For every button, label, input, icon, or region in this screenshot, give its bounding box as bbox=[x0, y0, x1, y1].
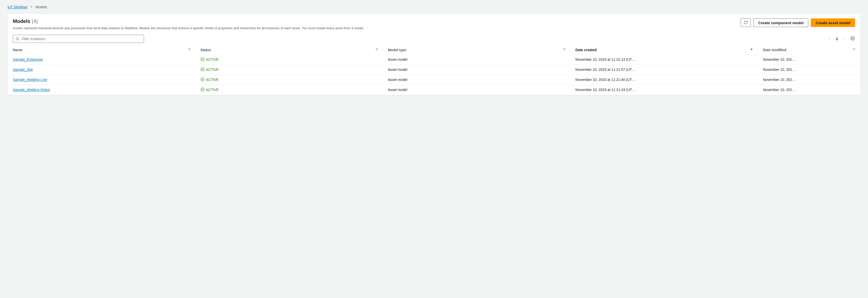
filter-search bbox=[13, 35, 144, 43]
status-badge: ACTIVE bbox=[200, 57, 219, 62]
page-description: Assets represent industrial devices and … bbox=[13, 26, 736, 31]
column-header-created[interactable]: Date created ▼ bbox=[570, 45, 758, 55]
date-modified-cell: November 10, 202… bbox=[758, 75, 860, 85]
model-name-link[interactable]: Sample_Welding Robot bbox=[13, 88, 50, 92]
status-badge: ACTIVE bbox=[200, 67, 219, 72]
status-badge: ACTIVE bbox=[200, 77, 219, 82]
svg-point-6 bbox=[201, 88, 204, 91]
date-created-cell: November 10, 2023 at 11:21:24 (UT… bbox=[570, 85, 758, 95]
date-modified-cell: November 10, 202… bbox=[758, 55, 860, 65]
breadcrumb-root-link[interactable]: IoT SiteWise bbox=[7, 5, 28, 9]
chevron-left-icon bbox=[828, 37, 832, 41]
svg-point-4 bbox=[201, 68, 204, 71]
sort-icon: ▽ bbox=[853, 48, 855, 51]
model-type-cell: Asset model bbox=[383, 55, 570, 65]
date-modified-cell: November 10, 202… bbox=[758, 85, 860, 95]
page-title: Models (4) bbox=[13, 19, 736, 24]
sort-icon: ▽ bbox=[376, 48, 378, 51]
create-asset-model-button[interactable]: Create asset model bbox=[811, 19, 855, 27]
model-count: (4) bbox=[32, 19, 38, 24]
check-circle-icon bbox=[200, 77, 205, 82]
table-row: Sample_SiteACTIVEAsset modelNovember 10,… bbox=[8, 65, 860, 75]
svg-point-5 bbox=[201, 78, 204, 81]
create-component-model-button[interactable]: Create component model bbox=[753, 19, 808, 27]
refresh-icon bbox=[744, 21, 748, 25]
date-created-cell: November 10, 2023 at 11:21:57 (UT… bbox=[570, 65, 758, 75]
model-name-link[interactable]: Sample_Site bbox=[13, 68, 33, 72]
column-header-status[interactable]: Status ▽ bbox=[195, 45, 383, 55]
models-panel: Models (4) Assets represent industrial d… bbox=[7, 13, 861, 95]
next-page-button[interactable] bbox=[841, 36, 846, 41]
prev-page-button[interactable] bbox=[828, 36, 832, 41]
pagination: 1 bbox=[828, 36, 855, 41]
sort-icon: ▽ bbox=[188, 48, 190, 51]
model-type-cell: Asset model bbox=[383, 85, 570, 95]
svg-point-0 bbox=[16, 37, 19, 40]
status-badge: ACTIVE bbox=[200, 88, 219, 92]
svg-line-1 bbox=[18, 40, 19, 40]
date-created-cell: November 10, 2023 at 11:21:40 (UT… bbox=[570, 75, 758, 85]
chevron-right-icon bbox=[30, 5, 33, 9]
date-created-cell: November 10, 2023 at 11:22:13 (UT… bbox=[570, 55, 758, 65]
check-circle-icon bbox=[200, 57, 205, 62]
check-circle-icon bbox=[200, 67, 205, 72]
page-number: 1 bbox=[836, 37, 838, 41]
check-circle-icon bbox=[200, 88, 205, 92]
models-table: Name ▽ Status ▽ Model type ▽ Date create… bbox=[8, 45, 860, 95]
table-row: Sample_Welding LineACTIVEAsset modelNove… bbox=[8, 75, 860, 85]
model-name-link[interactable]: Sample_Welding Line bbox=[13, 78, 47, 82]
refresh-button[interactable] bbox=[741, 19, 751, 27]
column-header-type[interactable]: Model type ▽ bbox=[383, 45, 570, 55]
svg-point-3 bbox=[201, 58, 204, 61]
column-header-modified[interactable]: Date modified ▽ bbox=[758, 45, 860, 55]
model-type-cell: Asset model bbox=[383, 75, 570, 85]
gear-icon bbox=[850, 36, 855, 41]
model-name-link[interactable]: Sample_Enterprise bbox=[13, 58, 43, 62]
filter-input[interactable] bbox=[13, 35, 144, 43]
table-row: Sample_Welding RobotACTIVEAsset modelNov… bbox=[8, 85, 860, 95]
table-row: Sample_EnterpriseACTIVEAsset modelNovemb… bbox=[8, 55, 860, 65]
model-type-cell: Asset model bbox=[383, 65, 570, 75]
breadcrumb-current: Models bbox=[36, 5, 47, 9]
chevron-right-icon bbox=[842, 37, 846, 41]
svg-point-2 bbox=[852, 38, 854, 39]
sort-icon: ▽ bbox=[563, 48, 565, 51]
breadcrumb: IoT SiteWise Models bbox=[7, 5, 861, 9]
date-modified-cell: November 10, 202… bbox=[758, 65, 860, 75]
column-header-name[interactable]: Name ▽ bbox=[8, 45, 195, 55]
sort-desc-icon: ▼ bbox=[750, 48, 753, 51]
settings-button[interactable] bbox=[850, 36, 855, 41]
